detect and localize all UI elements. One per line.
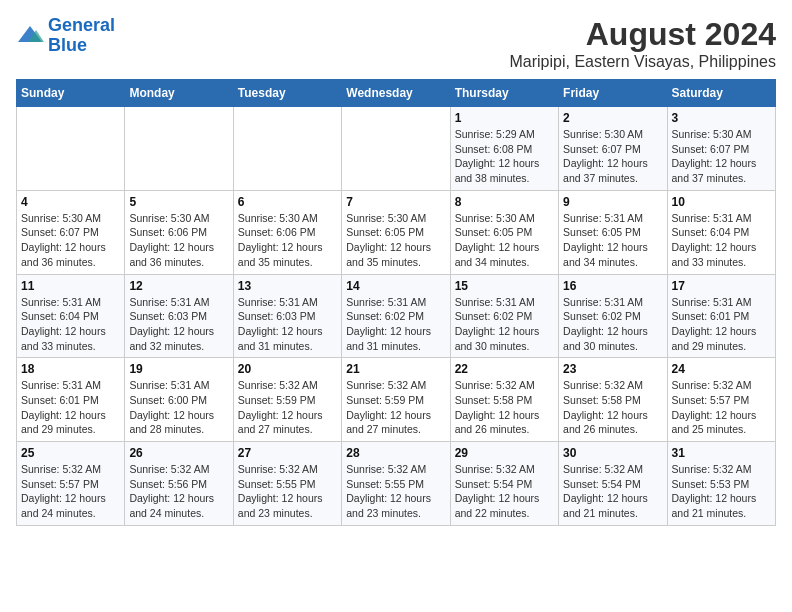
- day-number: 2: [563, 111, 662, 125]
- calendar-cell: 2Sunrise: 5:30 AM Sunset: 6:07 PM Daylig…: [559, 107, 667, 191]
- day-number: 10: [672, 195, 771, 209]
- day-info: Sunrise: 5:32 AM Sunset: 5:56 PM Dayligh…: [129, 462, 228, 521]
- day-info: Sunrise: 5:32 AM Sunset: 5:55 PM Dayligh…: [238, 462, 337, 521]
- day-info: Sunrise: 5:31 AM Sunset: 6:01 PM Dayligh…: [21, 378, 120, 437]
- calendar-cell: 17Sunrise: 5:31 AM Sunset: 6:01 PM Dayli…: [667, 274, 775, 358]
- day-number: 30: [563, 446, 662, 460]
- day-number: 8: [455, 195, 554, 209]
- day-info: Sunrise: 5:32 AM Sunset: 5:54 PM Dayligh…: [563, 462, 662, 521]
- day-number: 29: [455, 446, 554, 460]
- day-number: 17: [672, 279, 771, 293]
- calendar-cell: 6Sunrise: 5:30 AM Sunset: 6:06 PM Daylig…: [233, 190, 341, 274]
- calendar-cell: 29Sunrise: 5:32 AM Sunset: 5:54 PM Dayli…: [450, 442, 558, 526]
- calendar-cell: 8Sunrise: 5:30 AM Sunset: 6:05 PM Daylig…: [450, 190, 558, 274]
- calendar-cell: 13Sunrise: 5:31 AM Sunset: 6:03 PM Dayli…: [233, 274, 341, 358]
- calendar-week-1: 1Sunrise: 5:29 AM Sunset: 6:08 PM Daylig…: [17, 107, 776, 191]
- day-info: Sunrise: 5:31 AM Sunset: 6:00 PM Dayligh…: [129, 378, 228, 437]
- day-info: Sunrise: 5:31 AM Sunset: 6:03 PM Dayligh…: [129, 295, 228, 354]
- logo-icon: [16, 22, 44, 50]
- day-number: 16: [563, 279, 662, 293]
- day-info: Sunrise: 5:32 AM Sunset: 5:59 PM Dayligh…: [238, 378, 337, 437]
- day-number: 3: [672, 111, 771, 125]
- calendar-cell: 9Sunrise: 5:31 AM Sunset: 6:05 PM Daylig…: [559, 190, 667, 274]
- column-header-friday: Friday: [559, 80, 667, 107]
- calendar-cell: 10Sunrise: 5:31 AM Sunset: 6:04 PM Dayli…: [667, 190, 775, 274]
- title-block: August 2024 Maripipi, Eastern Visayas, P…: [510, 16, 777, 71]
- calendar-cell: 21Sunrise: 5:32 AM Sunset: 5:59 PM Dayli…: [342, 358, 450, 442]
- day-number: 6: [238, 195, 337, 209]
- column-header-tuesday: Tuesday: [233, 80, 341, 107]
- calendar-cell: 20Sunrise: 5:32 AM Sunset: 5:59 PM Dayli…: [233, 358, 341, 442]
- page-title: August 2024: [510, 16, 777, 53]
- calendar-cell: 7Sunrise: 5:30 AM Sunset: 6:05 PM Daylig…: [342, 190, 450, 274]
- day-info: Sunrise: 5:30 AM Sunset: 6:07 PM Dayligh…: [672, 127, 771, 186]
- day-info: Sunrise: 5:32 AM Sunset: 5:58 PM Dayligh…: [455, 378, 554, 437]
- day-info: Sunrise: 5:32 AM Sunset: 5:58 PM Dayligh…: [563, 378, 662, 437]
- day-number: 4: [21, 195, 120, 209]
- calendar-cell: [342, 107, 450, 191]
- calendar-cell: 31Sunrise: 5:32 AM Sunset: 5:53 PM Dayli…: [667, 442, 775, 526]
- calendar-table: SundayMondayTuesdayWednesdayThursdayFrid…: [16, 79, 776, 526]
- day-number: 28: [346, 446, 445, 460]
- day-number: 31: [672, 446, 771, 460]
- calendar-cell: 16Sunrise: 5:31 AM Sunset: 6:02 PM Dayli…: [559, 274, 667, 358]
- day-number: 18: [21, 362, 120, 376]
- calendar-cell: [17, 107, 125, 191]
- day-number: 9: [563, 195, 662, 209]
- calendar-cell: 22Sunrise: 5:32 AM Sunset: 5:58 PM Dayli…: [450, 358, 558, 442]
- day-number: 14: [346, 279, 445, 293]
- calendar-cell: 14Sunrise: 5:31 AM Sunset: 6:02 PM Dayli…: [342, 274, 450, 358]
- calendar-cell: 25Sunrise: 5:32 AM Sunset: 5:57 PM Dayli…: [17, 442, 125, 526]
- calendar-header-row: SundayMondayTuesdayWednesdayThursdayFrid…: [17, 80, 776, 107]
- column-header-saturday: Saturday: [667, 80, 775, 107]
- day-number: 12: [129, 279, 228, 293]
- calendar-cell: 15Sunrise: 5:31 AM Sunset: 6:02 PM Dayli…: [450, 274, 558, 358]
- calendar-cell: 11Sunrise: 5:31 AM Sunset: 6:04 PM Dayli…: [17, 274, 125, 358]
- calendar-cell: 12Sunrise: 5:31 AM Sunset: 6:03 PM Dayli…: [125, 274, 233, 358]
- day-number: 7: [346, 195, 445, 209]
- page-subtitle: Maripipi, Eastern Visayas, Philippines: [510, 53, 777, 71]
- logo-text: General Blue: [48, 16, 115, 56]
- calendar-cell: [233, 107, 341, 191]
- day-number: 21: [346, 362, 445, 376]
- day-info: Sunrise: 5:31 AM Sunset: 6:02 PM Dayligh…: [455, 295, 554, 354]
- calendar-cell: 18Sunrise: 5:31 AM Sunset: 6:01 PM Dayli…: [17, 358, 125, 442]
- day-number: 15: [455, 279, 554, 293]
- day-info: Sunrise: 5:31 AM Sunset: 6:02 PM Dayligh…: [563, 295, 662, 354]
- calendar-cell: 28Sunrise: 5:32 AM Sunset: 5:55 PM Dayli…: [342, 442, 450, 526]
- day-info: Sunrise: 5:30 AM Sunset: 6:06 PM Dayligh…: [238, 211, 337, 270]
- day-number: 13: [238, 279, 337, 293]
- calendar-cell: 27Sunrise: 5:32 AM Sunset: 5:55 PM Dayli…: [233, 442, 341, 526]
- page-header: General Blue August 2024 Maripipi, Easte…: [16, 16, 776, 71]
- day-info: Sunrise: 5:31 AM Sunset: 6:01 PM Dayligh…: [672, 295, 771, 354]
- calendar-cell: 26Sunrise: 5:32 AM Sunset: 5:56 PM Dayli…: [125, 442, 233, 526]
- day-info: Sunrise: 5:30 AM Sunset: 6:05 PM Dayligh…: [455, 211, 554, 270]
- day-info: Sunrise: 5:30 AM Sunset: 6:07 PM Dayligh…: [563, 127, 662, 186]
- logo-line1: General: [48, 15, 115, 35]
- calendar-cell: 4Sunrise: 5:30 AM Sunset: 6:07 PM Daylig…: [17, 190, 125, 274]
- day-info: Sunrise: 5:31 AM Sunset: 6:04 PM Dayligh…: [672, 211, 771, 270]
- day-number: 19: [129, 362, 228, 376]
- day-number: 20: [238, 362, 337, 376]
- calendar-cell: [125, 107, 233, 191]
- day-info: Sunrise: 5:32 AM Sunset: 5:57 PM Dayligh…: [21, 462, 120, 521]
- day-info: Sunrise: 5:31 AM Sunset: 6:05 PM Dayligh…: [563, 211, 662, 270]
- calendar-week-4: 18Sunrise: 5:31 AM Sunset: 6:01 PM Dayli…: [17, 358, 776, 442]
- day-number: 1: [455, 111, 554, 125]
- day-number: 27: [238, 446, 337, 460]
- column-header-monday: Monday: [125, 80, 233, 107]
- day-info: Sunrise: 5:31 AM Sunset: 6:04 PM Dayligh…: [21, 295, 120, 354]
- calendar-cell: 24Sunrise: 5:32 AM Sunset: 5:57 PM Dayli…: [667, 358, 775, 442]
- day-number: 11: [21, 279, 120, 293]
- calendar-cell: 19Sunrise: 5:31 AM Sunset: 6:00 PM Dayli…: [125, 358, 233, 442]
- logo: General Blue: [16, 16, 115, 56]
- day-number: 26: [129, 446, 228, 460]
- day-info: Sunrise: 5:32 AM Sunset: 5:55 PM Dayligh…: [346, 462, 445, 521]
- day-info: Sunrise: 5:30 AM Sunset: 6:06 PM Dayligh…: [129, 211, 228, 270]
- day-info: Sunrise: 5:32 AM Sunset: 5:53 PM Dayligh…: [672, 462, 771, 521]
- column-header-thursday: Thursday: [450, 80, 558, 107]
- day-info: Sunrise: 5:31 AM Sunset: 6:03 PM Dayligh…: [238, 295, 337, 354]
- day-info: Sunrise: 5:32 AM Sunset: 5:54 PM Dayligh…: [455, 462, 554, 521]
- calendar-cell: 23Sunrise: 5:32 AM Sunset: 5:58 PM Dayli…: [559, 358, 667, 442]
- day-number: 5: [129, 195, 228, 209]
